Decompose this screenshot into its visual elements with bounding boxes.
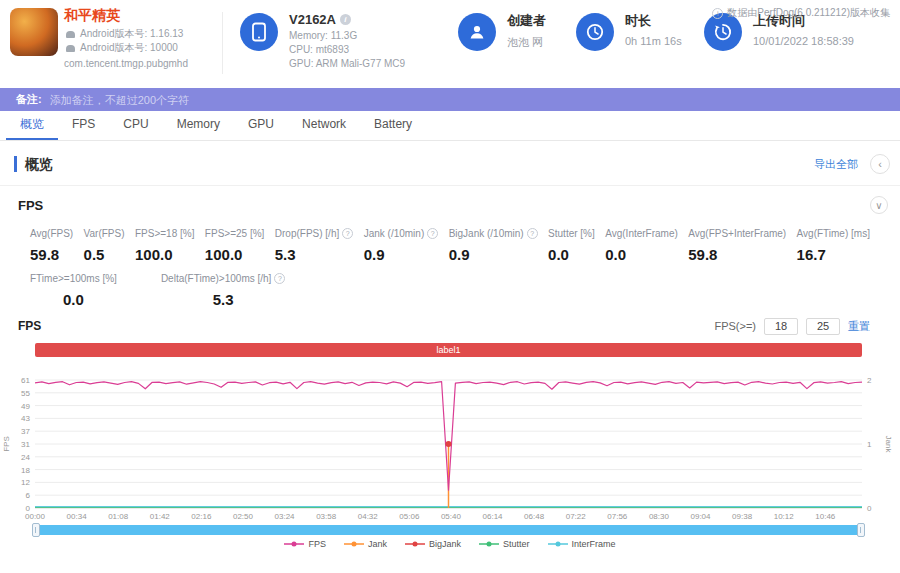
metric-label-text: Stutter [%] xyxy=(548,228,595,239)
fps-threshold-label: FPS(>=) xyxy=(714,320,756,332)
legend-marker xyxy=(479,540,499,548)
metric-info-icon[interactable]: ? xyxy=(427,228,438,239)
metric-label: Avg(FPS+InterFrame) xyxy=(688,228,786,239)
legend-label: InterFrame xyxy=(572,539,616,549)
fps-threshold-controls: FPS(>=) 重置 xyxy=(714,318,870,335)
legend-marker xyxy=(344,540,364,548)
android-version-row: Android版本号: 1.16.13 xyxy=(66,27,183,41)
creator-label: 创建者 xyxy=(507,12,546,30)
x-axis-tick-label: 01:08 xyxy=(108,512,129,521)
creator-value: 泡泡 网 xyxy=(507,35,546,50)
metric-value: 0.9 xyxy=(364,246,439,263)
overview-actions: 导出全部 ‹ xyxy=(814,154,890,174)
device-info-icon[interactable]: i xyxy=(340,14,351,25)
phone-icon xyxy=(240,13,278,51)
y-axis-tick-label: 43 xyxy=(21,414,30,423)
metric-info-icon[interactable]: ? xyxy=(527,228,538,239)
jank-axis-tick-label: 1 xyxy=(867,440,872,449)
metric-label-text: FPS>=18 [%] xyxy=(135,228,194,239)
metric-label-text: Jank (/10min) xyxy=(364,228,425,239)
metric-label: Delta(FTime)>100ms [/h]? xyxy=(161,273,286,284)
metric-label: BigJank (/10min)? xyxy=(449,228,538,239)
collapse-side-button[interactable]: ‹ xyxy=(870,154,890,174)
chart-zoom-scrollbar[interactable] xyxy=(35,525,862,535)
metric-value: 100.0 xyxy=(135,246,194,263)
x-axis-tick-label: 02:50 xyxy=(233,512,254,521)
legend-marker xyxy=(548,540,568,548)
legend-label: BigJank xyxy=(429,539,461,549)
metric-info-icon[interactable]: ? xyxy=(342,228,353,239)
section-title-overview: 概览 xyxy=(14,156,53,172)
metric-label: Avg(FPS) xyxy=(30,228,73,239)
clock-icon xyxy=(576,13,614,51)
metric-ftime-ge-100ms: FTime>=100ms [%]0.0 xyxy=(30,273,117,308)
legend-label: Stutter xyxy=(503,539,530,549)
legend-item-jank[interactable]: Jank xyxy=(344,539,387,549)
fps-panel-head: FPS ∨ xyxy=(18,194,888,216)
collapse-panel-button[interactable]: ∨ xyxy=(870,196,888,214)
fps-metrics-row-2: FTime>=100ms [%]0.0Delta(FTime)>100ms [/… xyxy=(30,273,870,308)
reset-link[interactable]: 重置 xyxy=(848,319,870,334)
tab-cpu[interactable]: CPU xyxy=(109,111,162,140)
chart-annotation-band: label1 xyxy=(35,343,862,357)
metric-value: 5.3 xyxy=(275,246,353,263)
metric-label-text: BigJank (/10min) xyxy=(449,228,524,239)
x-axis-tick-label: 07:56 xyxy=(607,512,628,521)
fps-chart: 61554943373124181260210FPSJank00:0000:34… xyxy=(0,357,900,523)
note-input[interactable] xyxy=(48,93,372,107)
upload-time-value: 10/01/2022 18:58:39 xyxy=(753,35,854,47)
zoom-handle-right[interactable] xyxy=(857,523,865,537)
metric-fps-ge-25: FPS>=25 [%]100.0 xyxy=(205,228,264,263)
zoom-handle-left[interactable] xyxy=(32,523,40,537)
export-all-link[interactable]: 导出全部 xyxy=(814,157,858,172)
tab-memory[interactable]: Memory xyxy=(163,111,234,140)
y-axis-tick-label: 12 xyxy=(21,478,30,487)
x-axis-tick-label: 09:04 xyxy=(690,512,711,521)
perfdog-report-page: 和平精英 Android版本号: 1.16.13 Android版本号: 100… xyxy=(0,0,900,573)
header-divider xyxy=(222,12,223,74)
fps-chart-head: FPS FPS(>=) 重置 xyxy=(18,316,870,336)
package-name: com.tencent.tmgp.pubgmhd xyxy=(64,58,188,69)
metric-stutter: Stutter [%]0.0 xyxy=(548,228,595,263)
fps-panel-title: FPS xyxy=(18,198,43,213)
metric-label-text: Avg(FPS) xyxy=(30,228,73,239)
x-axis-tick-label: 07:22 xyxy=(566,512,587,521)
metric-value: 0.5 xyxy=(84,246,125,263)
metric-value: 5.3 xyxy=(161,291,286,308)
legend-item-fps[interactable]: FPS xyxy=(284,539,326,549)
metric-label: Stutter [%] xyxy=(548,228,595,239)
legend-item-interframe[interactable]: InterFrame xyxy=(548,539,616,549)
tab-battery[interactable]: Battery xyxy=(360,111,426,140)
jank-axis-tick-label: 0 xyxy=(867,504,872,513)
legend-item-stutter[interactable]: Stutter xyxy=(479,539,530,549)
fps-overview-panel: FPS ∨ Avg(FPS)59.8Var(FPS)0.5FPS>=18 [%]… xyxy=(0,194,900,308)
fps-threshold-input-1[interactable] xyxy=(764,318,798,335)
metric-avg-fps-interframe: Avg(FPS+InterFrame)59.8 xyxy=(688,228,786,263)
user-icon xyxy=(458,13,496,51)
x-axis-tick-label: 05:06 xyxy=(399,512,420,521)
metric-value: 0.0 xyxy=(548,246,595,263)
metric-label-text: Avg(FPS+InterFrame) xyxy=(688,228,786,239)
tab-overview[interactable]: 概览 xyxy=(6,111,58,140)
legend-marker xyxy=(284,540,304,548)
tab-fps[interactable]: FPS xyxy=(58,111,109,140)
y-axis-tick-label: 61 xyxy=(21,376,30,385)
x-axis-tick-label: 03:24 xyxy=(275,512,296,521)
x-axis-tick-label: 06:14 xyxy=(483,512,504,521)
note-bar: 备注: xyxy=(0,88,900,111)
metric-info-icon[interactable]: ? xyxy=(274,273,285,284)
tab-network[interactable]: Network xyxy=(288,111,360,140)
fps-threshold-input-2[interactable] xyxy=(806,318,840,335)
chart-legend: FPSJankBigJankStutterInterFrame xyxy=(0,539,900,549)
android-version-2: Android版本号: 10000 xyxy=(80,41,178,55)
metric-avg-interframe: Avg(InterFrame)0.0 xyxy=(605,228,678,263)
metric-label-text: FTime>=100ms [%] xyxy=(30,273,117,284)
y-axis-title: FPS xyxy=(2,436,11,452)
metric-drop-fps: Drop(FPS) [/h]?5.3 xyxy=(275,228,353,263)
jank-axis-title: Jank xyxy=(884,436,893,454)
x-axis-tick-label: 06:48 xyxy=(524,512,545,521)
legend-item-bigjank[interactable]: BigJank xyxy=(405,539,461,549)
device-model: V2162A xyxy=(289,12,336,27)
tab-gpu[interactable]: GPU xyxy=(234,111,288,140)
duration-block: 时长 0h 11m 16s xyxy=(576,12,682,51)
